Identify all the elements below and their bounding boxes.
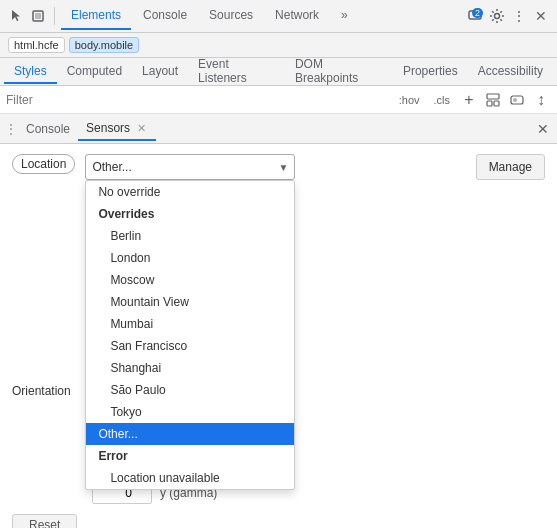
breadcrumb-html[interactable]: html.hcfe	[8, 37, 65, 53]
location-dropdown-container: Other... ▼ No override Overrides Berlin …	[85, 154, 465, 180]
dropdown-item-mumbai[interactable]: Mumbai	[86, 313, 294, 335]
svg-point-8	[513, 98, 517, 102]
styles-tabbar: Styles Computed Layout Event Listeners D…	[0, 58, 557, 86]
dropdown-item-location-unavailable[interactable]: Location unavailable	[86, 467, 294, 489]
dropdown-item-sao-paulo[interactable]: São Paulo	[86, 379, 294, 401]
location-dropdown[interactable]: Other... ▼	[85, 154, 295, 180]
close-sensors-tab[interactable]: ✕	[134, 121, 148, 135]
devtools-toolbar: Elements Console Sources Network » 2 ⋮ ✕	[0, 0, 557, 33]
dropdown-item-berlin[interactable]: Berlin	[86, 225, 294, 247]
tab-console-panel[interactable]: Console	[18, 118, 78, 140]
cursor-icon[interactable]	[6, 6, 26, 26]
dropdown-item-other[interactable]: Other...	[86, 423, 294, 445]
location-dropdown-menu: No override Overrides Berlin London Mosc…	[85, 180, 295, 490]
close-panel-icon[interactable]: ✕	[533, 119, 553, 139]
box-icon[interactable]	[28, 6, 48, 26]
dropdown-item-moscow[interactable]: Moscow	[86, 269, 294, 291]
dropdown-item-shanghai[interactable]: Shanghai	[86, 357, 294, 379]
gear-icon[interactable]	[487, 6, 507, 26]
location-section: Location Other... ▼ No override Override…	[12, 154, 545, 180]
dropdown-item-san-francisco[interactable]: San Francisco	[86, 335, 294, 357]
svg-rect-1	[35, 13, 41, 19]
tab-more[interactable]: »	[331, 2, 358, 30]
filter-input[interactable]	[6, 93, 390, 107]
tab-properties[interactable]: Properties	[393, 60, 468, 84]
add-style-icon[interactable]: +	[459, 90, 479, 110]
scroll-icon[interactable]: ↕	[531, 90, 551, 110]
close-icon[interactable]: ✕	[531, 6, 551, 26]
dropdown-item-no-override[interactable]: No override	[86, 181, 294, 203]
dropdown-arrow-icon: ▼	[278, 162, 288, 173]
reset-button[interactable]: Reset	[12, 514, 77, 528]
dropdown-item-mountain-view[interactable]: Mountain View	[86, 291, 294, 313]
panel-tabbar: ⋮ Console Sensors ✕ ✕	[0, 114, 557, 144]
dropdown-item-tokyo[interactable]: Tokyo	[86, 401, 294, 423]
tab-network[interactable]: Network	[265, 2, 329, 30]
dropdown-item-london[interactable]: London	[86, 247, 294, 269]
tab-computed[interactable]: Computed	[57, 60, 132, 84]
svg-rect-5	[487, 101, 492, 106]
tab-accessibility[interactable]: Accessibility	[468, 60, 553, 84]
dropdown-value: Other...	[92, 160, 131, 174]
manage-button[interactable]: Manage	[476, 154, 545, 180]
hov-button[interactable]: :hov	[394, 91, 425, 109]
separator	[54, 7, 55, 25]
dropdown-item-overrides: Overrides	[86, 203, 294, 225]
layout-icon[interactable]	[483, 90, 503, 110]
tab-elements[interactable]: Elements	[61, 2, 131, 30]
dropdown-item-error: Error	[86, 445, 294, 467]
svg-rect-4	[487, 94, 499, 99]
message-icon[interactable]: 2	[465, 6, 485, 26]
orientation-label: Orientation	[12, 380, 82, 398]
svg-rect-6	[494, 101, 499, 106]
sensors-content: Location Other... ▼ No override Override…	[0, 144, 557, 528]
tab-event-listeners[interactable]: Event Listeners	[188, 53, 285, 91]
tab-styles[interactable]: Styles	[4, 60, 57, 84]
svg-point-3	[495, 14, 500, 19]
more-icon[interactable]: ⋮	[509, 6, 529, 26]
tab-console[interactable]: Console	[133, 2, 197, 30]
breadcrumb-body[interactable]: body.mobile	[69, 37, 140, 53]
tab-sensors-panel[interactable]: Sensors ✕	[78, 117, 156, 141]
tab-layout[interactable]: Layout	[132, 60, 188, 84]
location-label: Location	[12, 154, 75, 174]
tab-sources[interactable]: Sources	[199, 2, 263, 30]
cls-button[interactable]: .cls	[429, 91, 456, 109]
badge: 2	[472, 8, 483, 18]
panel-menu-icon[interactable]: ⋮	[4, 121, 18, 137]
tab-dom-breakpoints[interactable]: DOM Breakpoints	[285, 53, 393, 91]
toggle-icon[interactable]	[507, 90, 527, 110]
